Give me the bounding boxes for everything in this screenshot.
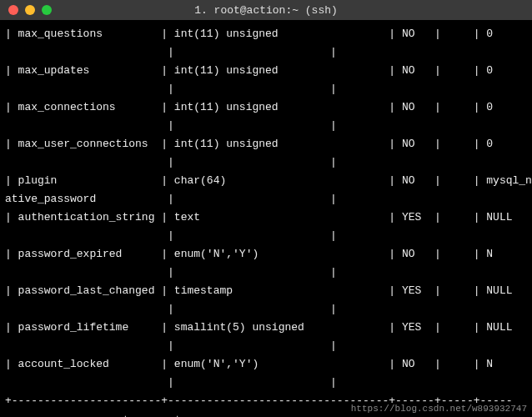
window-title: 1. root@action:~ (ssh) xyxy=(0,4,532,17)
minimize-icon[interactable] xyxy=(25,5,35,15)
titlebar: 1. root@action:~ (ssh) xyxy=(0,0,532,20)
ssh-terminal-window: 1. root@action:~ (ssh) | max_questions |… xyxy=(0,0,532,417)
zoom-icon[interactable] xyxy=(42,5,52,15)
close-icon[interactable] xyxy=(8,5,18,15)
watermark: https://blog.csdn.net/w893932747 xyxy=(351,404,527,414)
window-controls xyxy=(8,5,52,15)
terminal-output[interactable]: | max_questions | int(11) unsigned | NO … xyxy=(0,20,532,417)
